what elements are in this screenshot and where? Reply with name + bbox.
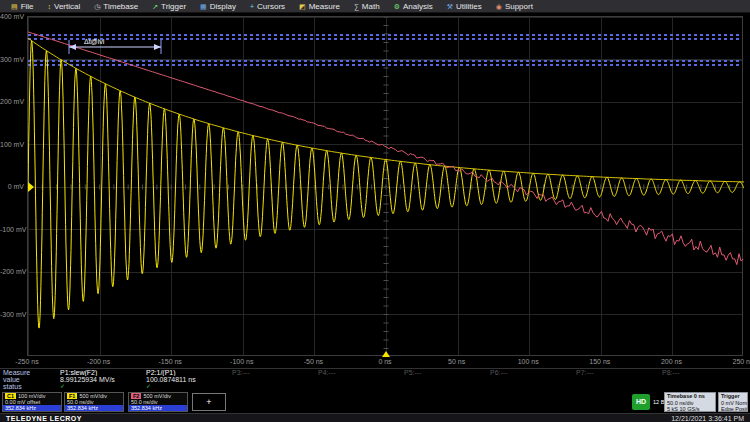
y-axis-label: 400 mV <box>0 13 24 20</box>
oscilloscope-screen: ▤File↕Vertical◷Timebase↗Trigger▦Display+… <box>0 0 750 422</box>
display-icon: ▦ <box>200 3 207 10</box>
menu-item-trigger[interactable]: ↗Trigger <box>145 0 193 13</box>
x-axis-label: -150 ns <box>159 358 182 365</box>
y-axis-label: -100 mV <box>0 226 24 233</box>
measure-name-P1[interactable]: P1:slew(F2) <box>60 369 146 376</box>
measure-row-label: value <box>0 376 60 383</box>
measure-name-P6[interactable]: P6:--- <box>490 369 576 376</box>
measure-name-P2[interactable]: P2:1/(P1) <box>146 369 232 376</box>
menu-item-display[interactable]: ▦Display <box>193 0 243 13</box>
menu-item-math[interactable]: ∑Math <box>347 0 387 13</box>
timebase-title: Timebase 0 ns <box>665 393 715 400</box>
timebase-descriptor-box[interactable]: Timebase 0 ns 50.0 ns/div 5 kS 10 GS/s <box>664 392 716 412</box>
vertical-icon: ↕ <box>48 3 52 10</box>
c1-descriptor-box[interactable]: C1100 mV/div 0.00 mV offset 352.834 kHz <box>2 392 62 412</box>
menu-item-timebase[interactable]: ◷Timebase <box>87 0 145 13</box>
measure-status-P5 <box>404 383 490 390</box>
measure-status-P8 <box>662 383 748 390</box>
measure-status-P1: ✓ <box>60 383 146 390</box>
x-axis-label: -250 ns <box>15 358 38 365</box>
f1-descriptor-box[interactable]: F1500 mV/div 50.0 ns/div 352.834 kHz <box>64 392 124 412</box>
menu-bar: ▤File↕Vertical◷Timebase↗Trigger▦Display+… <box>0 0 750 13</box>
x-axis-label: 200 ns <box>661 358 682 365</box>
menu-item-utilities[interactable]: ⚒Utilities <box>440 0 489 13</box>
x-axis-label: -50 ns <box>304 358 323 365</box>
measure-value-P7 <box>576 376 662 383</box>
utilities-icon: ⚒ <box>447 3 453 10</box>
measure-table: MeasureP1:slew(F2)P2:1/(P1)P3:---P4:---P… <box>0 369 750 390</box>
c1-zero-level-marker[interactable] <box>28 182 34 192</box>
measure-status-P3 <box>232 383 318 390</box>
measure-value-P3 <box>232 376 318 383</box>
timebase-sampling: 5 kS 10 GS/s <box>665 406 715 412</box>
menu-item-measure[interactable]: ◩Measure <box>292 0 347 13</box>
annotation-label: Δt@lvl <box>84 38 105 45</box>
measure-row-label: status <box>0 383 60 390</box>
measure-name-P5[interactable]: P5:--- <box>404 369 490 376</box>
measure-value-P1: 8.99125934 MV/s <box>60 376 146 383</box>
trigger-title: Trigger <box>719 393 747 400</box>
menu-item-analysis[interactable]: ⚙Analysis <box>387 0 440 13</box>
timebase-icon: ◷ <box>94 3 100 10</box>
analysis-icon: ⚙ <box>394 3 400 10</box>
trigger-icon: ↗ <box>152 3 158 10</box>
menu-item-label: Cursors <box>257 2 285 11</box>
measure-status-P2: ✓ <box>146 383 232 390</box>
x-axis-label: 0 ns <box>378 358 391 365</box>
menu-item-label: Vertical <box>54 2 80 11</box>
f2-cursor-readout: 352.834 kHz <box>129 405 187 411</box>
x-axis-label: -100 ns <box>230 358 253 365</box>
measure-row-label: Measure <box>0 369 60 376</box>
center-axis-ticks <box>28 17 730 357</box>
measure-value-P4 <box>318 376 404 383</box>
menu-item-label: Trigger <box>161 2 186 11</box>
measure-status-P6 <box>490 383 576 390</box>
y-axis-label: 100 mV <box>0 141 24 148</box>
annotation-arrowhead-right <box>154 44 161 50</box>
menu-item-cursors[interactable]: +Cursors <box>243 0 292 13</box>
measure-name-P3[interactable]: P3:--- <box>232 369 318 376</box>
x-axis-label: 100 ns <box>518 358 539 365</box>
measure-value-P6 <box>490 376 576 383</box>
y-axis-label: -300 mV <box>0 311 24 318</box>
y-axis-labels: 400 mV300 mV200 mV100 mV0 mV-100 mV-200 … <box>0 0 26 360</box>
measure-value-P2: 100.0874811 ns <box>146 376 232 383</box>
x-axis-label: -200 ns <box>87 358 110 365</box>
menu-item-label: Display <box>210 2 236 11</box>
c1-cursor-readout: 352.834 kHz <box>3 405 61 411</box>
y-axis-label: -200 mV <box>0 268 24 275</box>
menu-item-label: Support <box>505 2 533 11</box>
f2-descriptor-box[interactable]: F2500 mV/div 50.0 ns/div 352.834 kHz <box>128 392 188 412</box>
cursors-icon: + <box>250 3 254 10</box>
menu-item-label: Utilities <box>456 2 482 11</box>
menu-item-label: Measure <box>309 2 340 11</box>
f1-cursor-readout: 352.834 kHz <box>65 405 123 411</box>
brand-logo: TELEDYNE LECROY <box>6 415 82 422</box>
measure-status-P7 <box>576 383 662 390</box>
x-axis-label: 150 ns <box>589 358 610 365</box>
measure-name-P7[interactable]: P7:--- <box>576 369 662 376</box>
trigger-descriptor-box[interactable]: Trigger 0 mV Normal Edge Positive <box>718 392 748 412</box>
measure-name-P4[interactable]: P4:--- <box>318 369 404 376</box>
trace-plot: Δt@lvl <box>28 17 744 357</box>
status-bar: TELEDYNE LECROY 12/21/2021 3:36:41 PM <box>0 413 750 422</box>
measure-icon: ◩ <box>299 3 306 10</box>
y-axis-label: 300 mV <box>0 56 24 63</box>
measure-value-P5 <box>404 376 490 383</box>
menu-item-label: Math <box>362 2 380 11</box>
delta-t-annotation: Δt@lvl <box>69 38 161 54</box>
support-icon: ◉ <box>496 3 502 10</box>
datetime-display: 12/21/2021 3:36:41 PM <box>671 415 744 422</box>
trace-preview-box[interactable]: + <box>192 393 226 411</box>
menu-item-support[interactable]: ◉Support <box>489 0 540 13</box>
menu-item-label: Timebase <box>103 2 138 11</box>
measure-name-P8[interactable]: P8:--- <box>662 369 748 376</box>
trigger-time-marker[interactable] <box>382 351 390 357</box>
math-icon: ∑ <box>354 3 359 10</box>
menu-item-vertical[interactable]: ↕Vertical <box>41 0 88 13</box>
hd-badge: HD <box>632 394 650 410</box>
waveform-grid[interactable]: Δt@lvl <box>27 16 743 356</box>
x-axis-label: 50 ns <box>448 358 465 365</box>
measure-value-P8 <box>662 376 748 383</box>
x-axis-label: 250 ns <box>732 358 750 365</box>
